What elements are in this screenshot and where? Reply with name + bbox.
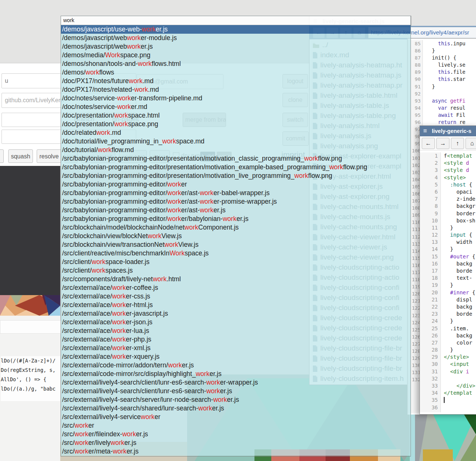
search-result-row[interactable]: /src/external/lively4-search/server/lunr… bbox=[61, 395, 411, 404]
search-result-row[interactable]: /src/babylonian-programming-editor/worke… bbox=[61, 180, 411, 189]
search-result-row[interactable]: /doc/tutorial/workflow.md bbox=[61, 146, 411, 154]
back-button[interactable]: ← bbox=[422, 138, 435, 149]
search-results-list: /demos/javascript/use-web-worker.js/demo… bbox=[61, 25, 411, 456]
search-result-row[interactable]: /src/external/ace/worker-html.js bbox=[61, 301, 411, 309]
forward-button[interactable]: → bbox=[436, 138, 449, 149]
search-result-row[interactable]: /src/client/reactive/misc/benchmarkInWor… bbox=[61, 249, 411, 258]
search-result-row[interactable]: /src/babylonian-programming-editor/prese… bbox=[61, 154, 411, 163]
search-result-row[interactable]: /doc/presentation/workspace.png bbox=[61, 120, 411, 128]
search-result-row[interactable]: /doc/presentation/workspace.html bbox=[61, 111, 411, 120]
search-result-row[interactable]: /src/external/ace/worker-php.js bbox=[61, 335, 411, 344]
line-numbers: 1234567891011121314151617181920212223242… bbox=[420, 152, 441, 412]
left-code-fragment[interactable]: lDo(/(#[A-Za-z]+)/ Do(regExString, s, Al… bbox=[1, 356, 60, 401]
search-result-row[interactable]: /src/worker bbox=[61, 421, 411, 430]
search-result-row[interactable]: /doc/PX17/notes/futurework.md bbox=[61, 77, 411, 85]
search-result-row[interactable]: /demos/javascript/webworker-module.js bbox=[61, 34, 411, 42]
search-result-row[interactable]: /doc/notes/service-worker.md bbox=[61, 103, 411, 111]
search-result-row[interactable]: /doc/PX17/notes/related-work.md bbox=[61, 85, 411, 94]
search-result-row[interactable]: /src/external/lively4-search/shared/lunr… bbox=[61, 404, 411, 413]
editor-navbar: ← → ↑ ⌂ bbox=[420, 136, 476, 151]
search-result-row[interactable]: /src/babylonian-programming-editor/worke… bbox=[61, 206, 411, 215]
search-result-row[interactable]: /src/external/ace/worker-lua.js bbox=[61, 327, 411, 335]
search-result-row[interactable]: /src/babylonian-programming-editor/worke… bbox=[61, 189, 411, 197]
search-result-row[interactable]: /src/components/draft/lively-network.htm… bbox=[61, 275, 411, 283]
squash-button[interactable]: squash bbox=[8, 149, 33, 163]
search-result-row[interactable]: /demos/javascript/webworker.js bbox=[61, 42, 411, 51]
search-result-row[interactable]: /src/blockchain/model/blockchainNode/net… bbox=[61, 223, 411, 232]
left-editor-fragment: lDo(/(#[A-Za-z]+)/ Do(regExString, s, Al… bbox=[0, 316, 60, 461]
search-result-row[interactable]: /src/external/ace/worker-xquery.js bbox=[61, 352, 411, 361]
search-result-row[interactable]: /src/external/code-mirror/addon/tern/wor… bbox=[61, 361, 411, 370]
editor-title: lively-generic-s bbox=[432, 128, 472, 134]
search-result-row[interactable]: /demos/workflows bbox=[61, 68, 411, 77]
search-result-row[interactable]: /src/external/lively4-serviceworker bbox=[61, 413, 411, 421]
search-result-row[interactable]: /src/worker/livelyworker.js bbox=[61, 439, 411, 447]
search-result-row[interactable]: /src/external/code-mirror/src/display/hi… bbox=[61, 370, 411, 378]
search-result-row[interactable]: /src/babylonian-programming-editor/worke… bbox=[61, 197, 411, 206]
code-area[interactable]: f<templat<style d<style d<style> :host {… bbox=[444, 152, 476, 411]
search-result-row[interactable]: /src/client/workspaces.js bbox=[61, 266, 411, 275]
search-input[interactable]: work bbox=[61, 16, 411, 25]
search-result-row[interactable]: /src/external/ace/worker-coffee.js bbox=[61, 283, 411, 292]
search-result-row[interactable]: /src/external/lively4-search/client/lunr… bbox=[61, 387, 411, 395]
search-result-row[interactable]: /demos/shonan/tools-and-workflows.html bbox=[61, 60, 411, 68]
component-editor-window: ≡ lively-generic-s ← → ↑ ⌂ 1234567891011… bbox=[419, 125, 476, 415]
search-result-row[interactable]: /doc/tutorial/live_programming_in_worksp… bbox=[61, 137, 411, 146]
text-cursor bbox=[444, 397, 445, 403]
menu-icon[interactable]: ≡ bbox=[423, 127, 427, 134]
search-result-row[interactable]: /src/external/ace/worker-json.js bbox=[61, 318, 411, 327]
wallpaper-thumbnail bbox=[0, 295, 60, 316]
console-panel bbox=[0, 166, 60, 295]
search-result-row[interactable]: /src/client/workspace-loader.js bbox=[61, 258, 411, 266]
search-result-row[interactable]: /src/worker/meta-worker.js bbox=[61, 447, 411, 456]
search-result-row[interactable]: /doc/notes/service-worker-transform-pipe… bbox=[61, 94, 411, 103]
search-result-row[interactable]: /src/external/ace/worker-xml.js bbox=[61, 344, 411, 352]
search-result-row[interactable]: /demos/media/Workspace.png bbox=[61, 51, 411, 60]
left-field-row[interactable] bbox=[0, 320, 61, 334]
search-result-row[interactable]: /src/babylonian-programming-editor/prese… bbox=[61, 163, 411, 172]
search-result-row[interactable]: /src/blockchain/view/blockNetworkView.js bbox=[61, 232, 411, 240]
search-result-row[interactable]: /src/external/lively4-search/client/lunr… bbox=[61, 378, 411, 387]
search-result-row[interactable]: /src/worker/fileindex-worker.js bbox=[61, 430, 411, 439]
search-result-row[interactable]: /src/external/ace/worker-javascript.js bbox=[61, 309, 411, 318]
search-result-row[interactable]: /src/babylonian-programming-editor/prese… bbox=[61, 172, 411, 180]
file-search-overlay: work /demos/javascript/use-web-worker.js… bbox=[61, 16, 411, 457]
search-result-row[interactable]: /src/external/ace/worker-css.js bbox=[61, 292, 411, 301]
search-result-row[interactable]: /doc/relatedwork.md bbox=[61, 128, 411, 137]
editor-titlebar[interactable]: ≡ lively-generic-s bbox=[420, 126, 476, 136]
search-result-row[interactable]: /src/blockchain/view/transactionNetworkV… bbox=[61, 240, 411, 249]
diff-button[interactable]: f bbox=[0, 149, 4, 163]
up-button[interactable]: ↑ bbox=[451, 138, 464, 149]
home-button[interactable]: ⌂ bbox=[466, 138, 476, 149]
search-result-row[interactable]: /src/babylonian-programming-editor/worke… bbox=[61, 215, 411, 223]
resolve-button[interactable]: resolve bbox=[37, 149, 61, 163]
search-result-row[interactable]: /demos/javascript/use-web-worker.js bbox=[61, 25, 411, 34]
